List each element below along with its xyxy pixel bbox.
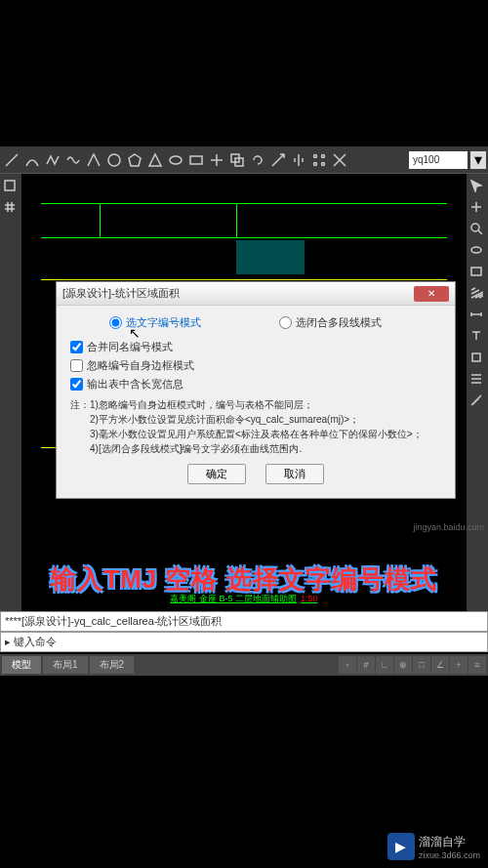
footer-watermark: ▶ 溜溜自学 zixue.3d66.com: [387, 833, 480, 860]
drawing-canvas[interactable]: 嘉美阁 金座 B-5 二层地面辅助图1:50 [源泉设计]-统计区域面积 ✕ 选…: [21, 174, 467, 615]
rotate-tool-icon[interactable]: [248, 150, 267, 170]
tab-layout2[interactable]: 布局2: [90, 656, 135, 674]
spline-tool-icon[interactable]: [63, 150, 83, 170]
mirror-tool-icon[interactable]: [289, 150, 308, 170]
array-tool-icon[interactable]: [309, 150, 329, 170]
tab-layout1[interactable]: 布局1: [43, 656, 88, 674]
area-statistics-dialog: [源泉设计]-统计区域面积 ✕ 选文字编号模式 ↖ 选闭合多段线模式: [56, 281, 456, 499]
svg-point-8: [322, 162, 325, 165]
grid-icon[interactable]: [0, 197, 20, 217]
top-toolbar: yq100 ▾: [0, 146, 488, 174]
status-area: ****[源泉设计]-yq_calc_cellarea-统计区域面积 ▸ 键入命…: [0, 596, 488, 676]
command-history-line: ****[源泉设计]-yq_calc_cellarea-统计区域面积: [0, 611, 488, 632]
svg-rect-13: [472, 353, 480, 361]
dialog-body: 选文字编号模式 ↖ 选闭合多段线模式 合并同名编号模式: [57, 306, 455, 498]
block-icon[interactable]: [467, 348, 486, 367]
svg-point-0: [108, 154, 120, 166]
svg-point-5: [314, 154, 317, 157]
svg-point-6: [322, 154, 325, 157]
hatch-icon[interactable]: [467, 283, 486, 303]
measure-icon[interactable]: [467, 391, 486, 410]
snap-toggle-icon[interactable]: ▫: [339, 656, 356, 674]
brand-name: 溜溜自学: [419, 834, 480, 850]
zoom-icon[interactable]: [467, 219, 486, 238]
svg-point-10: [471, 224, 479, 231]
ok-button[interactable]: 确定: [187, 464, 246, 484]
layout-tabs: 模型 布局1 布局2 ▫ # ∟ ⊕ □ ∠ + ≡: [0, 654, 488, 676]
line-tool-icon[interactable]: [2, 150, 21, 170]
close-icon[interactable]: ✕: [414, 286, 449, 302]
dim-icon[interactable]: [467, 305, 486, 324]
right-toolbar: [467, 174, 488, 615]
polyline-tool-icon[interactable]: [43, 150, 62, 170]
dialog-titlebar[interactable]: [源泉设计]-统计区域面积 ✕: [57, 282, 455, 306]
radio-text-number-mode[interactable]: 选文字编号模式 ↖: [109, 315, 201, 330]
rect-tool-icon[interactable]: [186, 150, 206, 170]
polygon-tool-icon[interactable]: [125, 150, 144, 170]
source-watermark: jingyan.baidu.com: [413, 522, 484, 532]
checkbox-ignore-border[interactable]: 忽略编号自身边框模式: [70, 358, 441, 373]
pan-icon[interactable]: [467, 197, 486, 217]
svg-point-1: [170, 156, 182, 164]
checkbox-merge-same-name[interactable]: 合并同名编号模式: [70, 340, 441, 354]
command-input[interactable]: ▸ 键入命令: [0, 632, 488, 652]
lwt-toggle-icon[interactable]: ≡: [468, 656, 486, 674]
triangle-tool-icon[interactable]: [145, 150, 165, 170]
search-dropdown-icon[interactable]: ▾: [470, 151, 486, 169]
left-toolbar: [0, 174, 21, 615]
command-search-input[interactable]: yq100: [409, 151, 468, 169]
svg-rect-9: [5, 181, 15, 190]
osnap-toggle-icon[interactable]: □: [413, 656, 430, 674]
tutorial-caption: 输入TMJ 空格 选择文字编号模式: [0, 562, 488, 597]
arc-tool-icon[interactable]: [22, 150, 42, 170]
scale-tool-icon[interactable]: [268, 150, 288, 170]
ellipse-tool-icon[interactable]: [166, 150, 185, 170]
properties-icon[interactable]: [467, 369, 486, 389]
text-icon[interactable]: [467, 326, 486, 346]
dialog-title-text: [源泉设计]-统计区域面积: [62, 286, 414, 301]
tab-model[interactable]: 模型: [2, 656, 41, 674]
dyn-toggle-icon[interactable]: +: [450, 656, 468, 674]
move-tool-icon[interactable]: [207, 150, 226, 170]
angle-tool-icon[interactable]: [84, 150, 103, 170]
svg-rect-12: [471, 268, 481, 275]
cursor-icon: ↖: [129, 325, 141, 341]
dialog-notes: 注：1)忽略编号自身边框模式时，编号与表格不能同层； 2)平方米小数位设置见统计…: [70, 397, 441, 456]
circle-tool-icon[interactable]: [104, 150, 124, 170]
select-icon[interactable]: [467, 176, 486, 195]
checkbox-include-dimensions[interactable]: 输出表中含长宽信息: [70, 377, 441, 392]
radio-polyline-mode[interactable]: 选闭合多段线模式: [279, 315, 382, 330]
trim-tool-icon[interactable]: [330, 150, 349, 170]
play-icon: ▶: [387, 833, 415, 860]
orbit-icon[interactable]: [467, 240, 486, 260]
otrack-toggle-icon[interactable]: ∠: [431, 656, 449, 674]
main-workspace: 嘉美阁 金座 B-5 二层地面辅助图1:50 [源泉设计]-统计区域面积 ✕ 选…: [0, 174, 488, 615]
status-toggles: ▫ # ∟ ⊕ □ ∠ + ≡: [339, 656, 486, 674]
copy-tool-icon[interactable]: [227, 150, 247, 170]
grid-toggle-icon[interactable]: #: [357, 656, 375, 674]
view-icon[interactable]: [467, 262, 486, 281]
svg-rect-2: [190, 156, 202, 164]
svg-point-11: [471, 247, 481, 253]
layer-icon[interactable]: [0, 176, 20, 195]
ortho-toggle-icon[interactable]: ∟: [376, 656, 393, 674]
cancel-button[interactable]: 取消: [265, 464, 324, 484]
polar-toggle-icon[interactable]: ⊕: [394, 656, 412, 674]
svg-point-7: [314, 162, 317, 165]
brand-url: zixue.3d66.com: [419, 850, 480, 860]
